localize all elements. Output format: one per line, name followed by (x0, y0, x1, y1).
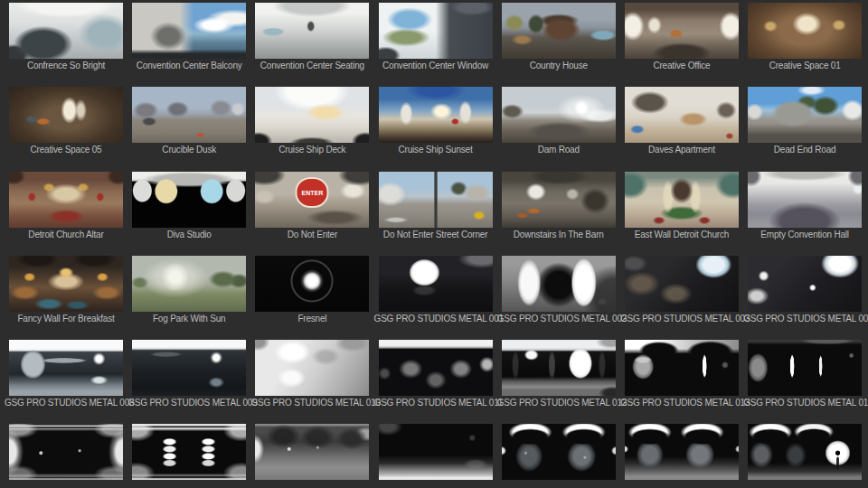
hdri-item-empty-convention-hall[interactable]: Empty Convention Hall (748, 172, 868, 256)
hdri-item-studio-abstract-04[interactable] (379, 424, 502, 488)
hdri-item-gsg-metal-002[interactable]: GSG PRO STUDIOS METAL 002 (502, 256, 625, 340)
hdri-thumbnail-image[interactable] (748, 87, 862, 143)
hdri-item-do-not-enter[interactable]: Do Not Enter (255, 172, 378, 256)
hdri-item-studio-abstract-05[interactable] (502, 424, 625, 488)
hdri-thumbnail-image[interactable] (132, 87, 246, 143)
hdri-item-creative-space-01[interactable]: Creative Space 01 (748, 3, 868, 87)
hdri-item-studio-abstract-06[interactable] (625, 424, 748, 488)
hdri-thumbnail-image[interactable] (379, 256, 493, 312)
hdri-thumbnail-image[interactable] (9, 340, 123, 396)
hdri-thumbnail-image[interactable] (502, 256, 616, 312)
hdri-item-studio-abstract-02[interactable] (132, 424, 255, 488)
hdri-item-country-house[interactable]: Country House (502, 3, 625, 87)
hdri-item-crucible-dusk[interactable]: Crucible Dusk (132, 87, 255, 171)
hdri-thumbnail-image[interactable] (9, 424, 123, 480)
hdri-thumbnail-image[interactable] (379, 87, 493, 143)
hdri-item-diva-studio[interactable]: Diva Studio (132, 172, 255, 256)
hdri-item-confrence-so-bright[interactable]: Confrence So Bright (9, 3, 132, 87)
hdri-label: GSG PRO STUDIOS METAL 009 (127, 398, 250, 408)
hdri-thumbnail-image[interactable] (255, 340, 369, 396)
hdri-thumbnail-image[interactable] (132, 424, 246, 480)
hdri-thumbnail-image[interactable] (748, 340, 862, 396)
hdri-label: Confrence So Bright (5, 61, 127, 71)
hdri-thumbnail-image[interactable] (625, 256, 739, 312)
hdri-item-daves-apartment[interactable]: Daves Apartment (625, 87, 748, 171)
hdri-item-creative-office[interactable]: Creative Office (625, 3, 748, 87)
hdri-thumbnail-image[interactable] (9, 3, 123, 59)
hdri-thumbnail-image[interactable] (132, 256, 246, 312)
hdri-item-gsg-metal-013[interactable]: GSG PRO STUDIOS METAL 013 (625, 340, 748, 424)
hdri-item-studio-abstract-03[interactable] (255, 424, 378, 488)
hdri-thumbnail-image[interactable] (502, 3, 616, 59)
hdri-item-downstairs-in-the-barn[interactable]: Downstairs In The Barn (502, 172, 625, 256)
hdri-thumbnail-image[interactable] (748, 424, 862, 480)
hdri-thumbnail-image[interactable] (9, 256, 123, 312)
hdri-label: Diva Studio (127, 230, 250, 240)
hdri-item-fog-park-with-sun[interactable]: Fog Park With Sun (132, 256, 255, 340)
hdri-item-gsg-metal-008[interactable]: GSG PRO STUDIOS METAL 008 (9, 340, 132, 424)
hdri-thumbnail-image[interactable] (748, 256, 862, 312)
hdri-item-fancy-wall-for-breakfast[interactable]: Fancy Wall For Breakfast (9, 256, 132, 340)
hdri-item-dead-end-road[interactable]: Dead End Road (748, 87, 868, 171)
hdri-item-gsg-metal-004[interactable]: GSG PRO STUDIOS METAL 004 (748, 256, 868, 340)
hdri-thumbnail-image[interactable] (748, 3, 862, 59)
hdri-item-gsg-metal-010[interactable]: GSG PRO STUDIOS METAL 010 (255, 340, 378, 424)
hdri-thumbnail-image[interactable] (379, 3, 493, 59)
hdri-thumbnail-image[interactable] (502, 424, 616, 480)
hdri-thumbnail-image[interactable] (748, 172, 862, 228)
hdri-item-detroit-church-altar[interactable]: Detroit Church Altar (9, 172, 132, 256)
hdri-thumbnail-image[interactable] (132, 3, 246, 59)
hdri-item-creative-space-05[interactable]: Creative Space 05 (9, 87, 132, 171)
hdri-item-cruise-ship-sunset[interactable]: Cruise Ship Sunset (379, 87, 502, 171)
hdri-thumbnail-image[interactable] (625, 424, 739, 480)
hdri-thumbnail-image[interactable] (502, 340, 616, 396)
hdri-label: GSG PRO STUDIOS METAL 013 (620, 398, 743, 408)
hdri-item-gsg-metal-014[interactable]: GSG PRO STUDIOS METAL 014 (748, 340, 868, 424)
hdri-thumbnail-image[interactable] (379, 340, 493, 396)
hdri-label: Empty Convention Hall (743, 230, 866, 240)
hdri-item-studio-abstract-01[interactable] (9, 424, 132, 488)
hdri-thumbnail-image[interactable] (625, 172, 739, 228)
hdri-thumbnail-image[interactable] (132, 340, 246, 396)
hdri-item-gsg-metal-009[interactable]: GSG PRO STUDIOS METAL 009 (132, 340, 255, 424)
hdri-thumbnail-image[interactable] (502, 172, 616, 228)
hdri-label: Creative Office (620, 61, 743, 71)
hdri-item-convention-center-seating[interactable]: Convention Center Seating (255, 3, 378, 87)
hdri-item-dam-road[interactable]: Dam Road (502, 87, 625, 171)
hdri-label: Creative Space 01 (743, 61, 866, 71)
hdri-thumbnail-image[interactable] (625, 3, 739, 59)
hdri-thumbnail-image[interactable] (255, 424, 369, 480)
hdri-label: Fog Park With Sun (127, 314, 250, 324)
hdri-label: Country House (497, 61, 620, 71)
hdri-label: GSG PRO STUDIOS METAL 010 (250, 398, 373, 408)
hdri-label: Fancy Wall For Breakfast (5, 314, 127, 324)
hdri-label: Do Not Enter Street Corner (374, 230, 497, 240)
hdri-label: Dead End Road (743, 145, 866, 155)
hdri-thumbnail-image[interactable] (132, 172, 246, 228)
hdri-item-cruise-ship-deck[interactable]: Cruise Ship Deck (255, 87, 378, 171)
hdri-item-gsg-metal-012[interactable]: GSG PRO STUDIOS METAL 012 (502, 340, 625, 424)
hdri-label: Convention Center Window (374, 61, 497, 71)
hdri-thumbnail-image[interactable] (9, 87, 123, 143)
hdri-thumbnail-image[interactable] (625, 340, 739, 396)
hdri-item-east-wall-detroit-church[interactable]: East Wall Detroit Church (625, 172, 748, 256)
hdri-item-convention-center-balcony[interactable]: Convention Center Balcony (132, 3, 255, 87)
hdri-thumbnail-image[interactable] (255, 256, 369, 312)
hdri-thumbnail-image[interactable] (9, 172, 123, 228)
hdri-label: GSG PRO STUDIOS METAL 002 (497, 314, 620, 324)
hdri-thumbnail-image[interactable] (379, 172, 493, 228)
hdri-thumbnail-image[interactable] (502, 87, 616, 143)
hdri-item-gsg-metal-003[interactable]: GSG PRO STUDIOS METAL 003 (625, 256, 748, 340)
hdri-item-do-not-enter-street-corner[interactable]: Do Not Enter Street Corner (379, 172, 502, 256)
hdri-thumbnail-image[interactable] (255, 172, 369, 228)
hdri-item-studio-abstract-07[interactable] (748, 424, 868, 488)
hdri-label: Convention Center Balcony (127, 61, 250, 71)
hdri-item-gsg-metal-001[interactable]: GSG PRO STUDIOS METAL 001 (379, 256, 502, 340)
hdri-item-convention-center-window[interactable]: Convention Center Window (379, 3, 502, 87)
hdri-thumbnail-image[interactable] (625, 87, 739, 143)
hdri-thumbnail-image[interactable] (255, 87, 369, 143)
hdri-item-fresnel[interactable]: Fresnel (255, 256, 378, 340)
hdri-thumbnail-image[interactable] (255, 3, 369, 59)
hdri-item-gsg-metal-011[interactable]: GSG PRO STUDIOS METAL 011 (379, 340, 502, 424)
hdri-thumbnail-image[interactable] (379, 424, 493, 480)
